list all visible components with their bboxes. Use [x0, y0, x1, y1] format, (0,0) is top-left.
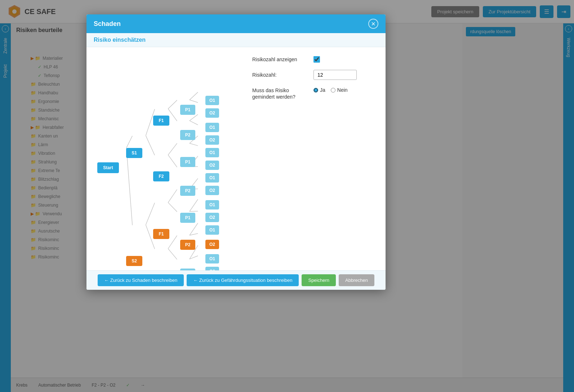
modal-subheader-title: Risiko einschätzen: [94, 37, 146, 43]
modal-header-title: Schaden: [94, 20, 121, 28]
node-p2-r1[interactable]: P2: [180, 130, 195, 140]
risk-number-display-row: Risikozahl anzeigen: [252, 56, 378, 63]
svg-line-3: [126, 136, 133, 148]
svg-line-12: [168, 155, 177, 167]
modal: Schaden × Risiko einschätzen: [86, 14, 386, 290]
svg-line-10: [168, 109, 177, 121]
risk-reduce-label: Muss das Risiko gemindert werden?: [252, 87, 310, 100]
cancel-button[interactable]: Abbrechen: [339, 274, 374, 286]
node-o2-4[interactable]: O2: [205, 186, 219, 195]
node-o2-3[interactable]: O2: [205, 161, 219, 170]
node-o1-1[interactable]: O1: [205, 96, 219, 105]
node-p2-r2[interactable]: P2: [180, 186, 195, 196]
node-p1-r4[interactable]: P1: [180, 269, 195, 270]
node-start[interactable]: Start: [97, 162, 119, 173]
svg-line-30: [190, 234, 198, 235]
right-panel: Risikozahl anzeigen Risikozahl: Muss das…: [252, 53, 378, 265]
node-f1-orange[interactable]: F1: [153, 229, 169, 239]
node-o1-2[interactable]: O1: [205, 123, 219, 132]
radio-yes-text: Ja: [320, 87, 325, 93]
svg-line-27: [190, 199, 198, 212]
svg-line-14: [168, 203, 177, 212]
risk-reduce-radio-group: Ja Nein: [313, 87, 348, 93]
decision-tree: Start S1 S2 F1 F2 F1 F2 P1 P2 P1: [94, 53, 245, 270]
node-o1-5[interactable]: O1: [205, 200, 219, 209]
modal-close-button[interactable]: ×: [368, 19, 378, 29]
risk-number-field-row: Risikozahl:: [252, 70, 378, 80]
svg-line-22: [190, 143, 198, 146]
risk-number-field-label: Risikozahl:: [252, 72, 310, 78]
svg-line-6: [146, 136, 155, 156]
radio-no-text: Nein: [337, 87, 348, 93]
node-f1-top[interactable]: F1: [153, 116, 169, 126]
back-to-gefaehrdung-button[interactable]: ← Zurück zu Gefährdungssituation beschre…: [187, 274, 299, 286]
svg-line-18: [190, 100, 198, 102]
node-o2-6[interactable]: O2: [205, 240, 219, 249]
risk-reduce-row: Muss das Risiko gemindert werden? Ja Nei…: [252, 87, 378, 100]
node-o2-2[interactable]: O2: [205, 135, 219, 145]
save-button[interactable]: Speichern: [302, 274, 336, 286]
svg-line-9: [168, 100, 177, 109]
node-p1-r2[interactable]: P1: [180, 157, 195, 167]
svg-line-19: [190, 114, 198, 121]
svg-line-32: [190, 256, 198, 259]
svg-line-20: [190, 121, 198, 125]
svg-line-17: [190, 92, 198, 100]
node-o2-7[interactable]: O2: [205, 267, 219, 270]
svg-line-28: [190, 211, 198, 212]
tree-canvas: Start S1 S2 F1 F2 F1 F2 P1 P2 P1: [94, 53, 231, 270]
node-o1-6[interactable]: O1: [205, 225, 219, 235]
node-p1-r3[interactable]: P1: [180, 213, 195, 223]
svg-line-15: [168, 235, 177, 248]
node-p1-r1[interactable]: P1: [180, 105, 195, 115]
modal-header: Schaden ×: [86, 14, 386, 33]
node-o1-4[interactable]: O1: [205, 173, 219, 183]
modal-footer: ← Zurück zu Schaden beschreiben ← Zurück…: [86, 270, 386, 290]
node-o2-1[interactable]: O2: [205, 108, 219, 118]
svg-line-16: [168, 249, 177, 260]
radio-yes-input[interactable]: [313, 88, 318, 93]
back-to-schaden-button[interactable]: ← Zurück zu Schaden beschreiben: [98, 274, 184, 286]
svg-line-11: [168, 143, 177, 155]
risk-number-display-label: Risikozahl anzeigen: [252, 57, 310, 62]
radio-yes-label[interactable]: Ja: [313, 87, 325, 93]
radio-no-input[interactable]: [331, 88, 335, 93]
svg-line-13: [168, 189, 177, 202]
node-f2-top[interactable]: F2: [153, 171, 169, 181]
node-s1[interactable]: S1: [126, 148, 142, 158]
svg-line-7: [146, 203, 155, 225]
node-o1-3[interactable]: O1: [205, 148, 219, 157]
node-o2-5[interactable]: O2: [205, 213, 219, 222]
node-s2[interactable]: S2: [126, 256, 142, 266]
svg-line-4: [126, 148, 133, 225]
svg-line-29: [190, 223, 198, 235]
node-p2-r3[interactable]: P2: [180, 240, 195, 250]
modal-subheader: Risiko einschätzen: [86, 33, 386, 47]
node-o1-7[interactable]: O1: [205, 254, 219, 263]
risk-number-input[interactable]: [313, 70, 357, 80]
radio-no-label[interactable]: Nein: [331, 87, 348, 93]
risk-number-checkbox[interactable]: [313, 56, 320, 63]
modal-body: Start S1 S2 F1 F2 F1 F2 P1 P2 P1: [86, 47, 386, 270]
